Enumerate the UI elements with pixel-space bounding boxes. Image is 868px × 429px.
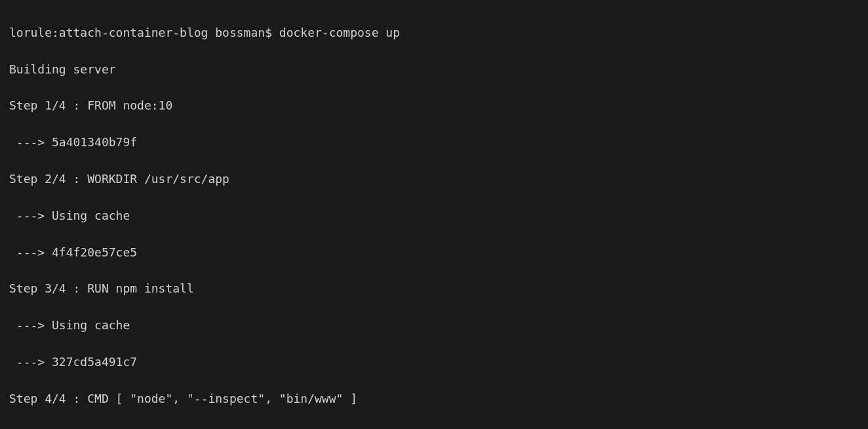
output-line: ---> Using cache — [9, 207, 859, 225]
output-line: ---> 5a401340b79f — [9, 133, 859, 152]
output-line: Step 4/4 : CMD [ "node", "--inspect", "b… — [9, 390, 859, 408]
output-line: ---> Running in ed8cb32e441e — [9, 426, 859, 429]
output-line: ---> Using cache — [9, 316, 859, 335]
output-line: Step 1/4 : FROM node:10 — [9, 96, 859, 115]
output-line: ---> 327cd5a491c7 — [9, 353, 859, 371]
output-line: Step 3/4 : RUN npm install — [9, 279, 859, 298]
output-line: ---> 4f4f20e57ce5 — [9, 243, 859, 262]
output-line: Building server — [9, 60, 859, 79]
terminal-output[interactable]: lorule:attach-container-blog bossman$ do… — [9, 5, 859, 429]
prompt-line: lorule:attach-container-blog bossman$ do… — [9, 24, 859, 42]
output-line: Step 2/4 : WORKDIR /usr/src/app — [9, 170, 859, 188]
shell-prompt: lorule:attach-container-blog bossman$ do… — [9, 26, 400, 39]
